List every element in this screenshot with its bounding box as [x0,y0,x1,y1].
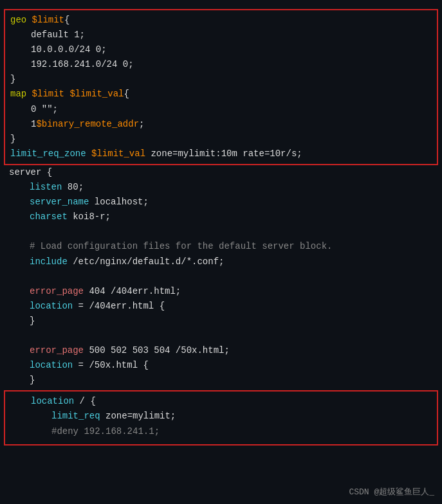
code-line: } [9,373,433,388]
code-line [9,224,433,239]
code-line: charset koi8-r; [9,210,433,224]
code-line: geo $limit{ [10,13,432,28]
code-line: map $limit $limit_val{ [10,87,432,102]
code-line: server_name localhost; [9,195,433,210]
code-editor: geo $limit{ default 1; 10.0.0.0/24 0; 19… [0,0,442,504]
server-block: server { listen 80; server_name localhos… [0,165,442,388]
code-line: location = /50x.html { [9,358,433,373]
code-line: location / { [10,394,432,409]
code-line: 192.168.241.0/24 0; [10,57,432,72]
code-line: limit_req zone=mylimit; [10,409,432,424]
code-line: error_page 500 502 503 504 /50x.html; [9,343,433,358]
code-line [9,328,433,343]
code-line: 10.0.0.0/24 0; [10,42,432,57]
top-highlight-box: geo $limit{ default 1; 10.0.0.0/24 0; 19… [4,9,438,165]
code-line: error_page 404 /404err.html; [9,284,433,299]
var-limit: $limit [32,15,64,25]
code-line: #deny 192.168.241.1; [10,424,432,439]
watermark: CSDN @超级鲨鱼巨人_ [349,486,434,498]
code-line: 0 ""; [10,102,432,117]
code-line: include /etc/nginx/default.d/*.conf; [9,255,433,269]
code-line: location = /404err.html { [9,299,433,314]
code-line: } [10,132,432,147]
code-line: limit_req_zone $limit_val zone=mylimit:1… [10,147,432,161]
code-line: listen 80; [9,180,433,195]
bottom-highlight-box: location / { limit_req zone=mylimit; #de… [4,390,438,445]
code-line [9,269,433,284]
code-line: } [9,314,433,328]
keyword-geo: geo [10,15,32,25]
code-line: } [10,72,432,87]
code-line: server { [9,165,433,180]
code-line: # Load configuration files for the defau… [9,239,433,254]
code-line: 1 $binary_remote_addr; [10,117,432,132]
code-line: default 1; [10,28,432,42]
